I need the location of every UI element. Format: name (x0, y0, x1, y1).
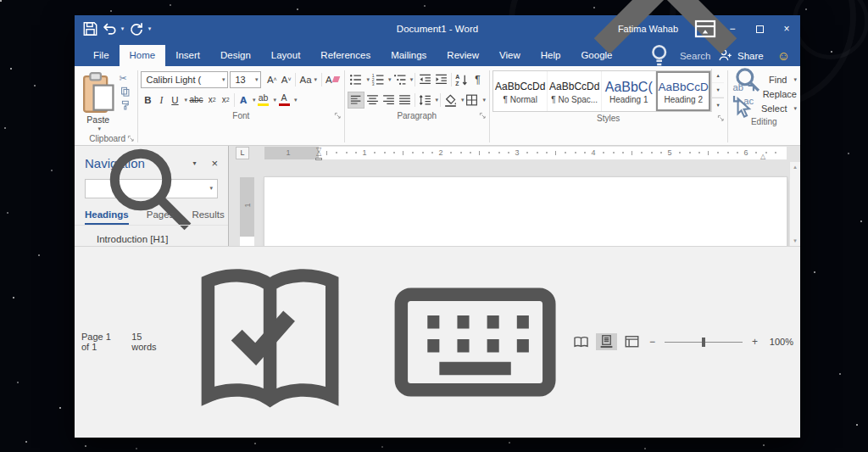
align-right-icon[interactable] (381, 92, 397, 109)
font-name-combobox[interactable]: Calibri Light ( ▾ (141, 71, 228, 88)
borders-icon[interactable] (464, 92, 480, 109)
zoom-level[interactable]: 100% (765, 337, 793, 347)
vertical-scrollbar[interactable]: ▴ ▾ (789, 162, 800, 246)
save-icon[interactable] (81, 20, 99, 38)
title-bar[interactable]: ▾ ▾ Document1 - Word Fatima Wahab − × (75, 15, 800, 42)
line-spacing-icon[interactable] (417, 92, 433, 109)
grow-font-icon[interactable]: A˄ (264, 71, 279, 88)
clear-formatting-icon[interactable]: A (324, 71, 342, 88)
ruler-tick (641, 152, 643, 153)
tab-review[interactable]: Review (437, 45, 489, 66)
justify-icon[interactable] (397, 92, 413, 109)
minimize-icon[interactable]: − (719, 15, 746, 42)
increase-indent-icon[interactable] (433, 71, 449, 88)
zoom-in-icon[interactable]: + (749, 336, 760, 348)
superscript-icon[interactable]: x2 (219, 92, 232, 109)
search-options-icon[interactable]: ▾ (209, 185, 213, 192)
tab-insert[interactable]: Insert (165, 45, 210, 66)
undo-dropdown-icon[interactable]: ▾ (119, 25, 126, 32)
hanging-indent-marker[interactable]: △ (316, 150, 321, 157)
keyboard-language-icon[interactable] (380, 247, 570, 438)
undo-icon[interactable] (100, 20, 118, 38)
shading-icon[interactable] (442, 92, 459, 109)
highlight-color-bar (258, 103, 269, 107)
text-highlight-icon[interactable]: ab (256, 92, 271, 109)
proofing-errors-icon[interactable] (175, 247, 365, 438)
signed-in-user[interactable]: Fatima Wahab (618, 24, 678, 34)
document-page[interactable]: Introduction [H1]Brief Summary [H1]A Sli… (264, 177, 787, 246)
ruler-tick (470, 152, 471, 153)
numbering-icon[interactable]: 123 (370, 71, 386, 88)
customize-qat-icon[interactable]: ▾ (146, 25, 153, 32)
right-indent-marker[interactable]: △ (760, 153, 765, 160)
left-indent-marker[interactable] (315, 158, 322, 160)
tab-file[interactable]: File (83, 45, 120, 66)
change-case-icon[interactable]: Aa▾ (298, 71, 320, 88)
tab-mailings[interactable]: Mailings (381, 45, 437, 66)
align-center-icon[interactable] (364, 92, 381, 109)
align-left-icon[interactable] (348, 92, 364, 109)
cut-icon[interactable]: ✂ (116, 71, 135, 85)
maximize-icon[interactable] (746, 15, 773, 42)
underline-icon[interactable]: U (168, 92, 181, 109)
tab-view[interactable]: View (489, 45, 531, 66)
tab-design[interactable]: Design (210, 45, 261, 66)
ruler-tick (737, 152, 738, 153)
svg-text:Z: Z (455, 81, 459, 86)
ruler-number: 3 (515, 147, 519, 159)
bold-icon[interactable]: B (141, 92, 154, 109)
read-mode-icon[interactable] (570, 333, 592, 350)
ribbon-display-options-icon[interactable] (692, 15, 719, 42)
tab-references[interactable]: References (310, 45, 381, 66)
print-layout-icon[interactable] (596, 333, 617, 350)
paragraph-dialog-launcher-icon[interactable] (478, 111, 487, 120)
text-effects-icon[interactable]: A (236, 92, 250, 109)
italic-icon[interactable]: I (154, 92, 168, 109)
ruler-number: 5 (667, 147, 671, 159)
tab-home[interactable]: Home (120, 45, 166, 66)
scroll-up-icon[interactable]: ▴ (793, 164, 797, 170)
copy-icon[interactable] (116, 85, 135, 98)
nav-tab-headings[interactable]: Headings (85, 209, 129, 225)
vertical-ruler[interactable]: 112 (240, 177, 254, 246)
web-layout-icon[interactable] (621, 333, 643, 350)
ruler-number: 6 (743, 147, 748, 159)
page-indicator[interactable]: Page 1 of 1 (81, 332, 117, 352)
scroll-down-icon[interactable]: ▾ (793, 237, 797, 244)
zoom-slider-thumb[interactable] (702, 338, 705, 347)
strikethrough-icon[interactable]: abc (187, 92, 205, 109)
ruler-number: 2 (438, 147, 442, 159)
font-color-bar (279, 103, 290, 107)
ruler-tick (393, 152, 395, 153)
ruler-tick (679, 152, 681, 153)
tab-layout[interactable]: Layout (261, 45, 311, 66)
bullets-icon[interactable] (348, 71, 364, 88)
font-size-combobox[interactable]: 13 ▾ (230, 71, 261, 88)
ruler-tick (622, 152, 624, 153)
font-color-icon[interactable]: A (276, 92, 292, 109)
nav-tab-pages[interactable]: Pages (147, 209, 175, 225)
sort-icon[interactable]: AZ (453, 71, 470, 88)
multilevel-list-icon[interactable] (392, 71, 408, 88)
close-icon[interactable]: × (773, 15, 800, 42)
nav-tab-results[interactable]: Results (192, 209, 224, 225)
status-bar: Page 1 of 1 15 words − + 100% (75, 246, 800, 438)
zoom-out-icon[interactable]: − (647, 336, 658, 348)
redo-icon[interactable] (127, 20, 145, 38)
subscript-icon[interactable]: x2 (205, 92, 219, 109)
nav-heading-item[interactable]: Introduction [H1] (75, 232, 228, 246)
font-dialog-launcher-icon[interactable] (333, 111, 342, 120)
tab-stop-selector[interactable]: L (236, 147, 249, 159)
word-count[interactable]: 15 words (131, 332, 160, 352)
format-painter-icon[interactable] (116, 98, 135, 112)
ruler-tick (346, 152, 348, 153)
navigation-close-icon[interactable]: × (211, 158, 218, 169)
show-hide-marks-icon[interactable]: ¶ (470, 71, 486, 88)
zoom-slider[interactable] (665, 342, 743, 343)
paste-button[interactable]: Paste ▾ (81, 69, 116, 132)
document-area: 112 Introduction [H1]Brief Summary [H1]A… (229, 162, 800, 246)
decrease-indent-icon[interactable] (417, 71, 433, 88)
clipboard-dialog-launcher-icon[interactable] (126, 134, 136, 143)
shrink-font-icon[interactable]: A˅ (279, 71, 293, 88)
horizontal-ruler[interactable]: L ▽ △ △ 1123456 (229, 146, 800, 162)
